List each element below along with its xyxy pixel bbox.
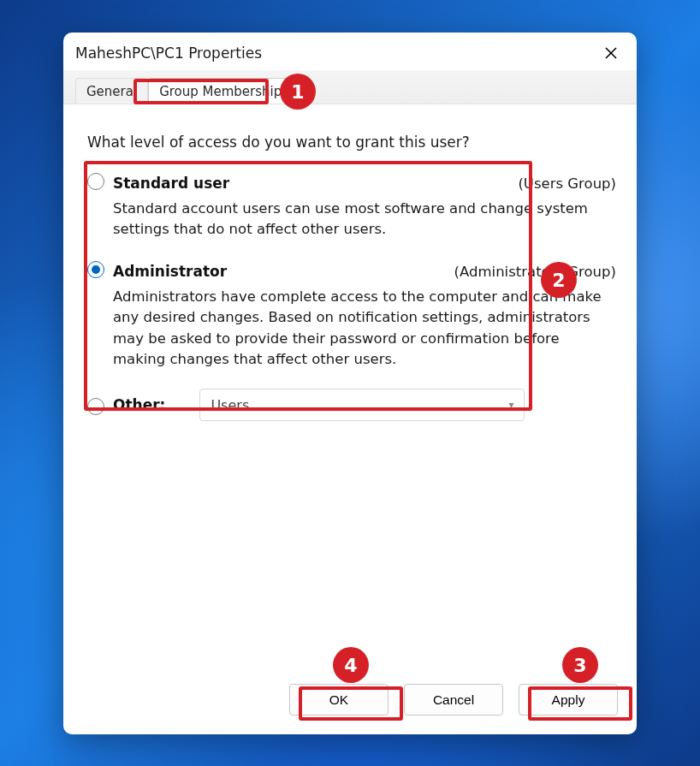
dialog-content: What level of access do you want to gran… [63,104,637,672]
radio-administrator[interactable] [87,261,104,278]
dialog-buttons: OK Cancel Apply [63,672,637,734]
standard-user-label: Standard user [113,175,229,192]
tab-general[interactable]: General [75,78,148,104]
titlebar: MaheshPC\PC1 Properties [63,33,637,70]
access-level-options: Standard user (Users Group) Standard acc… [87,171,616,421]
properties-dialog: MaheshPC\PC1 Properties General Group Me… [63,33,637,734]
option-standard-user: Standard user (Users Group) Standard acc… [87,171,616,240]
radio-standard-user[interactable] [87,173,104,190]
administrator-desc: Administrators have complete access to t… [113,287,608,371]
tab-strip: General Group Membership [63,70,637,104]
other-group-select[interactable]: Users ▾ [199,389,525,421]
close-icon [605,47,617,59]
chevron-down-icon: ▾ [508,399,513,411]
other-label: Other: [113,396,165,413]
tab-group-membership[interactable]: Group Membership [148,78,293,104]
administrator-label: Administrator [113,263,227,280]
cancel-button[interactable]: Cancel [404,684,503,716]
option-administrator: Administrator (Administrators Group) Adm… [87,259,616,371]
standard-user-group: (Users Group) [518,175,616,192]
radio-other[interactable] [87,398,104,415]
standard-user-desc: Standard account users can use most soft… [113,199,608,240]
close-button[interactable] [597,39,625,67]
administrator-group: (Administrators Group) [454,264,616,280]
window-title: MaheshPC\PC1 Properties [75,45,262,62]
apply-button[interactable]: Apply [519,684,618,716]
access-prompt: What level of access do you want to gran… [87,134,616,151]
ok-button[interactable]: OK [289,684,389,716]
option-other: Other: Users ▾ [87,389,616,421]
other-select-value: Users [211,397,249,413]
